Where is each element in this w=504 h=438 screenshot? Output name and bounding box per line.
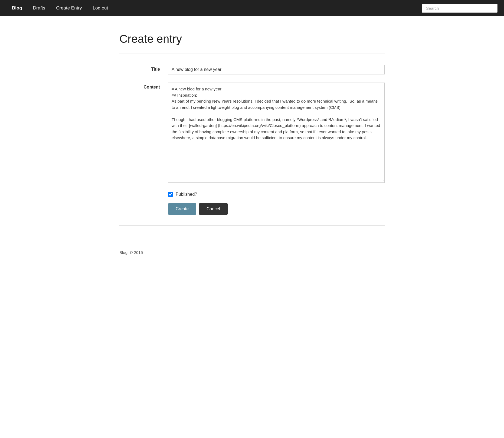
- main-content: Create entry Title Content # A new blog …: [106, 16, 398, 250]
- published-label: Published?: [176, 192, 197, 197]
- nav-search: [422, 4, 498, 13]
- nav-link-drafts[interactable]: Drafts: [28, 0, 51, 16]
- content-row: Content # A new blog for a new year ## I…: [119, 83, 385, 184]
- nav-links: Blog Drafts Create Entry Log out: [6, 0, 422, 16]
- nav-link-blog[interactable]: Blog: [6, 0, 28, 16]
- published-checkbox[interactable]: [168, 192, 173, 197]
- content-textarea[interactable]: # A new blog for a new year ## Inspirati…: [168, 83, 385, 183]
- button-row: Create Cancel: [168, 203, 385, 215]
- page-title: Create entry: [119, 32, 385, 45]
- content-label: Content: [119, 83, 168, 90]
- title-label: Title: [119, 65, 168, 72]
- search-input[interactable]: [422, 4, 498, 13]
- create-button[interactable]: Create: [168, 203, 196, 215]
- title-input[interactable]: [168, 65, 385, 74]
- divider-bottom: [119, 225, 385, 226]
- navbar: Blog Drafts Create Entry Log out: [0, 0, 504, 16]
- cancel-button[interactable]: Cancel: [199, 203, 228, 215]
- published-row: Published?: [168, 192, 385, 197]
- footer: Blog, © 2015: [106, 250, 398, 266]
- divider-top: [119, 54, 385, 54]
- footer-text: Blog, © 2015: [119, 250, 143, 255]
- content-input-wrapper: # A new blog for a new year ## Inspirati…: [168, 83, 385, 184]
- title-input-wrapper: [168, 65, 385, 74]
- nav-link-logout[interactable]: Log out: [87, 0, 114, 16]
- title-row: Title: [119, 65, 385, 74]
- nav-link-create-entry[interactable]: Create Entry: [51, 0, 87, 16]
